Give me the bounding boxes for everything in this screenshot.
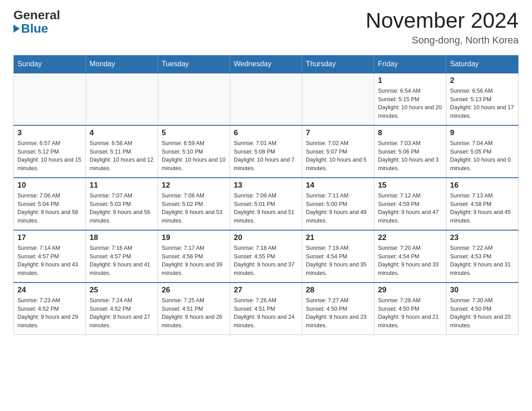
day-info: Sunrise: 7:17 AMSunset: 4:56 PMDaylight:… (162, 244, 226, 278)
day-number: 23 (450, 233, 515, 242)
calendar-day-header: Tuesday (158, 55, 230, 73)
calendar-day-header: Sunday (14, 55, 86, 73)
calendar-day-cell: 19Sunrise: 7:17 AMSunset: 4:56 PMDayligh… (158, 230, 230, 283)
logo-general-text: General (13, 9, 60, 21)
calendar-day-cell: 25Sunrise: 7:24 AMSunset: 4:52 PMDayligh… (86, 283, 158, 335)
day-info: Sunrise: 7:20 AMSunset: 4:54 PMDaylight:… (378, 244, 442, 278)
calendar-day-cell: 18Sunrise: 7:16 AMSunset: 4:57 PMDayligh… (86, 230, 158, 283)
calendar-day-cell: 27Sunrise: 7:26 AMSunset: 4:51 PMDayligh… (230, 283, 302, 335)
day-number: 21 (306, 233, 370, 242)
day-info: Sunrise: 7:08 AMSunset: 5:02 PMDaylight:… (162, 192, 226, 225)
day-info: Sunrise: 6:54 AMSunset: 5:15 PMDaylight:… (378, 87, 442, 120)
day-number: 12 (162, 181, 226, 190)
calendar-week-row: 17Sunrise: 7:14 AMSunset: 4:57 PMDayligh… (14, 230, 519, 283)
calendar-day-cell: 26Sunrise: 7:25 AMSunset: 4:51 PMDayligh… (158, 283, 230, 335)
day-number: 17 (17, 233, 82, 242)
day-info: Sunrise: 7:23 AMSunset: 4:52 PMDaylight:… (17, 296, 82, 330)
day-number: 25 (90, 286, 154, 295)
day-info: Sunrise: 7:11 AMSunset: 5:00 PMDaylight:… (306, 192, 370, 225)
calendar-day-cell: 9Sunrise: 7:04 AMSunset: 5:05 PMDaylight… (446, 125, 519, 178)
day-info: Sunrise: 6:58 AMSunset: 5:11 PMDaylight:… (90, 139, 154, 173)
calendar-day-cell: 6Sunrise: 7:01 AMSunset: 5:08 PMDaylight… (230, 125, 302, 178)
calendar-day-cell: 10Sunrise: 7:06 AMSunset: 5:04 PMDayligh… (14, 178, 86, 230)
calendar-day-header: Thursday (302, 55, 374, 73)
calendar-day-cell: 8Sunrise: 7:03 AMSunset: 5:06 PMDaylight… (374, 125, 446, 178)
day-info: Sunrise: 7:02 AMSunset: 5:07 PMDaylight:… (306, 139, 370, 173)
calendar-week-row: 24Sunrise: 7:23 AMSunset: 4:52 PMDayligh… (14, 283, 519, 335)
calendar-day-cell: 11Sunrise: 7:07 AMSunset: 5:03 PMDayligh… (86, 178, 158, 230)
calendar-day-header: Saturday (446, 55, 519, 73)
calendar-day-cell: 16Sunrise: 7:13 AMSunset: 4:58 PMDayligh… (446, 178, 519, 230)
calendar-day-cell: 20Sunrise: 7:18 AMSunset: 4:55 PMDayligh… (230, 230, 302, 283)
title-section: November 2024 Song-dong, North Korea (365, 9, 519, 46)
day-info: Sunrise: 7:18 AMSunset: 4:55 PMDaylight:… (234, 244, 298, 278)
calendar-day-cell: 23Sunrise: 7:22 AMSunset: 4:53 PMDayligh… (446, 230, 519, 283)
calendar-day-cell: 14Sunrise: 7:11 AMSunset: 5:00 PMDayligh… (302, 178, 374, 230)
logo-blue-text: Blue (13, 21, 48, 36)
day-info: Sunrise: 6:56 AMSunset: 5:13 PMDaylight:… (450, 87, 515, 120)
day-number: 29 (378, 286, 442, 295)
day-number: 18 (90, 233, 154, 242)
day-number: 10 (17, 181, 82, 190)
day-info: Sunrise: 7:24 AMSunset: 4:52 PMDaylight:… (90, 296, 154, 330)
day-info: Sunrise: 7:27 AMSunset: 4:50 PMDaylight:… (306, 296, 370, 330)
day-info: Sunrise: 7:07 AMSunset: 5:03 PMDaylight:… (90, 192, 154, 225)
location-subtitle: Song-dong, North Korea (365, 34, 519, 46)
calendar-day-cell: 15Sunrise: 7:12 AMSunset: 4:59 PMDayligh… (374, 178, 446, 230)
calendar-day-cell: 22Sunrise: 7:20 AMSunset: 4:54 PMDayligh… (374, 230, 446, 283)
day-number: 22 (378, 233, 442, 242)
day-info: Sunrise: 7:12 AMSunset: 4:59 PMDaylight:… (378, 192, 442, 225)
calendar-day-header: Friday (374, 55, 446, 73)
calendar-day-cell: 24Sunrise: 7:23 AMSunset: 4:52 PMDayligh… (14, 283, 86, 335)
day-number: 11 (90, 181, 154, 190)
calendar-week-row: 3Sunrise: 6:57 AMSunset: 5:12 PMDaylight… (14, 125, 519, 178)
day-number: 13 (234, 181, 298, 190)
day-number: 16 (450, 181, 515, 190)
day-number: 6 (234, 128, 298, 137)
day-info: Sunrise: 7:09 AMSunset: 5:01 PMDaylight:… (234, 192, 298, 225)
calendar-day-cell (158, 73, 230, 125)
day-number: 26 (162, 286, 226, 295)
calendar-day-cell: 29Sunrise: 7:28 AMSunset: 4:50 PMDayligh… (374, 283, 446, 335)
day-info: Sunrise: 7:25 AMSunset: 4:51 PMDaylight:… (162, 296, 226, 330)
calendar-day-cell: 12Sunrise: 7:08 AMSunset: 5:02 PMDayligh… (158, 178, 230, 230)
calendar-day-cell: 1Sunrise: 6:54 AMSunset: 5:15 PMDaylight… (374, 73, 446, 125)
calendar-week-row: 1Sunrise: 6:54 AMSunset: 5:15 PMDaylight… (14, 73, 519, 125)
page-header: General Blue November 2024 Song-dong, No… (13, 9, 519, 46)
calendar-day-cell: 7Sunrise: 7:02 AMSunset: 5:07 PMDaylight… (302, 125, 374, 178)
calendar-day-cell: 2Sunrise: 6:56 AMSunset: 5:13 PMDaylight… (446, 73, 519, 125)
calendar-week-row: 10Sunrise: 7:06 AMSunset: 5:04 PMDayligh… (14, 178, 519, 230)
day-number: 24 (17, 286, 82, 295)
day-number: 5 (162, 128, 226, 137)
calendar-table: SundayMondayTuesdayWednesdayThursdayFrid… (13, 55, 519, 335)
day-info: Sunrise: 7:13 AMSunset: 4:58 PMDaylight:… (450, 192, 515, 225)
day-number: 9 (450, 128, 515, 137)
day-number: 20 (234, 233, 298, 242)
day-number: 7 (306, 128, 370, 137)
calendar-day-cell (230, 73, 302, 125)
day-number: 4 (90, 128, 154, 137)
logo: General Blue (13, 9, 60, 36)
calendar-day-cell: 3Sunrise: 6:57 AMSunset: 5:12 PMDaylight… (14, 125, 86, 178)
day-number: 30 (450, 286, 515, 295)
calendar-day-cell: 17Sunrise: 7:14 AMSunset: 4:57 PMDayligh… (14, 230, 86, 283)
day-number: 15 (378, 181, 442, 190)
calendar-day-cell: 28Sunrise: 7:27 AMSunset: 4:50 PMDayligh… (302, 283, 374, 335)
calendar-day-header: Wednesday (230, 55, 302, 73)
day-info: Sunrise: 7:14 AMSunset: 4:57 PMDaylight:… (17, 244, 82, 278)
calendar-day-cell: 21Sunrise: 7:19 AMSunset: 4:54 PMDayligh… (302, 230, 374, 283)
calendar-day-cell: 5Sunrise: 6:59 AMSunset: 5:10 PMDaylight… (158, 125, 230, 178)
calendar-day-cell (86, 73, 158, 125)
day-info: Sunrise: 7:03 AMSunset: 5:06 PMDaylight:… (378, 139, 442, 173)
day-info: Sunrise: 7:04 AMSunset: 5:05 PMDaylight:… (450, 139, 515, 173)
day-info: Sunrise: 7:06 AMSunset: 5:04 PMDaylight:… (17, 192, 82, 225)
calendar-header-row: SundayMondayTuesdayWednesdayThursdayFrid… (14, 55, 519, 73)
day-number: 27 (234, 286, 298, 295)
calendar-day-header: Monday (86, 55, 158, 73)
calendar-day-cell: 4Sunrise: 6:58 AMSunset: 5:11 PMDaylight… (86, 125, 158, 178)
main-title: November 2024 (365, 9, 519, 33)
calendar-day-cell: 13Sunrise: 7:09 AMSunset: 5:01 PMDayligh… (230, 178, 302, 230)
day-info: Sunrise: 7:26 AMSunset: 4:51 PMDaylight:… (234, 296, 298, 330)
day-number: 28 (306, 286, 370, 295)
day-info: Sunrise: 7:16 AMSunset: 4:57 PMDaylight:… (90, 244, 154, 278)
